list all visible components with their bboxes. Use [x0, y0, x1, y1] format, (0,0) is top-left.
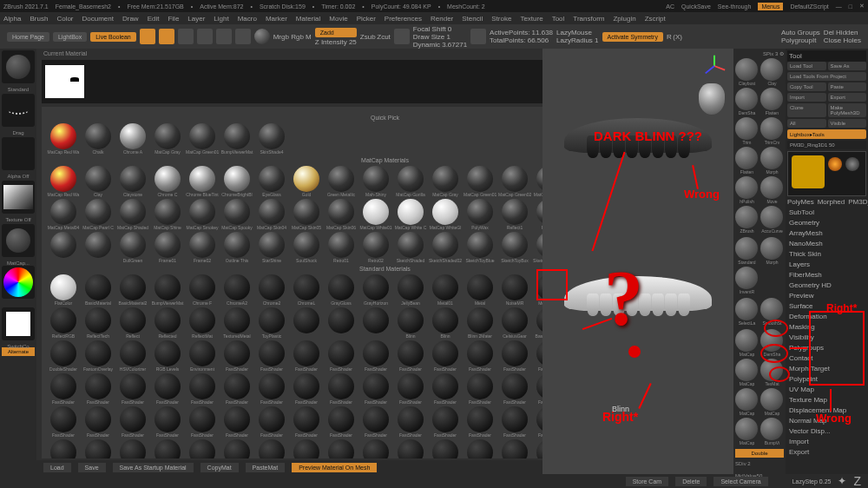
material-swatch[interactable]: Gold — [290, 166, 323, 197]
material-swatch[interactable]: FantomOverlay — [82, 340, 115, 372]
material-swatch[interactable]: FastShader — [429, 439, 462, 458]
material-swatch[interactable]: FastShader — [186, 406, 219, 438]
material-swatch[interactable]: Green Metallic — [325, 166, 358, 197]
material-swatch[interactable]: Chrome C — [151, 166, 184, 197]
material-swatch[interactable]: MatCap Skin06 — [325, 199, 358, 230]
material-swatch[interactable]: FastShader — [359, 373, 392, 405]
material-swatch[interactable] — [290, 307, 323, 339]
material-swatch[interactable] — [325, 307, 358, 339]
material-swatch[interactable]: FastShader — [116, 406, 149, 438]
material-swatch[interactable]: FastShader — [325, 373, 358, 405]
home-tab[interactable]: Home Page — [7, 32, 49, 42]
material-swatch[interactable]: MatCap Pearl C — [82, 199, 115, 230]
material-swatch[interactable]: MatCap Green02 — [498, 166, 531, 197]
material-swatch[interactable]: FastShader — [82, 373, 115, 405]
material-swatch[interactable]: GrayGloss — [325, 274, 358, 306]
material-swatch[interactable]: FastShader — [394, 340, 427, 372]
menu-transform[interactable]: Transform — [573, 15, 604, 23]
material-swatch[interactable]: FastShader — [255, 439, 288, 458]
material-swatch[interactable]: MatCap Shaded — [116, 199, 149, 230]
menu-brush[interactable]: Brush — [30, 15, 48, 23]
material-swatch[interactable]: FastShader — [290, 340, 323, 372]
nav-head-icon[interactable] — [699, 83, 725, 115]
loadtool-button[interactable]: Load Tool — [787, 62, 826, 70]
material-swatch[interactable]: MatCap White C — [394, 199, 427, 230]
menu-alpha[interactable]: Alpha — [3, 15, 21, 23]
material-swatch[interactable]: FastShader — [290, 406, 323, 438]
material-swatch[interactable]: FastShader — [429, 373, 462, 405]
material-swatch[interactable]: Metal01 — [429, 274, 462, 306]
menu-material[interactable]: Material — [296, 15, 320, 23]
delete-button[interactable]: Delete — [675, 477, 707, 486]
menu-light[interactable]: Light — [214, 15, 228, 23]
material-slot[interactable]: MatCap... — [2, 224, 35, 257]
menu-preferences[interactable]: Preferences — [385, 15, 422, 23]
material-swatch[interactable]: ReflectRGB — [47, 307, 80, 339]
material-swatch[interactable]: PolyWax — [464, 199, 496, 230]
menu-edit[interactable]: Edit — [148, 15, 160, 23]
material-swatch[interactable]: FastShader — [464, 439, 496, 458]
menu-tool[interactable]: Tool — [552, 15, 565, 23]
material-swatch[interactable]: Chrome F — [186, 274, 219, 306]
double-button[interactable]: Double — [735, 449, 784, 458]
material-swatch[interactable]: SketchToyBlue — [464, 232, 496, 263]
material-swatch[interactable]: FastShader — [498, 373, 531, 405]
lightbox-thumb[interactable] — [45, 65, 84, 98]
brush-preview-icon[interactable] — [470, 29, 486, 44]
material-swatch[interactable]: TexturedMetal — [220, 307, 253, 339]
material-swatch[interactable]: FastShader — [82, 406, 115, 438]
alpha-slot[interactable]: Alpha Off — [2, 137, 35, 170]
material-swatch[interactable]: FastShader — [47, 406, 80, 438]
lightbox-tab[interactable]: LightBox — [53, 32, 87, 42]
texture-slot[interactable]: Texture Off — [2, 181, 35, 214]
material-swatch[interactable]: MatCap Metal04 — [47, 199, 80, 230]
material-swatch[interactable]: SoulShock — [290, 232, 323, 263]
material-swatch[interactable]: MatCap Gray — [429, 166, 462, 197]
material-swatch[interactable]: StarShine — [255, 232, 288, 263]
material-swatch[interactable]: MatCap Green01 — [186, 123, 219, 155]
material-swatch[interactable]: SkinShade4 — [255, 123, 288, 155]
material-swatch[interactable] — [359, 307, 392, 339]
material-swatch[interactable]: FastShader — [394, 406, 427, 438]
material-swatch[interactable]: MatCap Skin04 — [255, 199, 288, 230]
material-swatch[interactable]: FastShader — [186, 439, 219, 458]
material-swatch[interactable]: Claystone — [116, 166, 149, 197]
material-swatch[interactable]: FastShader — [359, 439, 392, 458]
menu-texture[interactable]: Texture — [520, 15, 542, 23]
material-swatch[interactable]: FlatColor — [47, 274, 80, 306]
startup-button[interactable]: Save As Startup Material — [113, 463, 194, 472]
panel-geometry[interactable]: Geometry — [789, 218, 865, 228]
material-swatch[interactable]: MatCap Spooky — [220, 199, 253, 230]
menu-stencil[interactable]: Stencil — [462, 15, 483, 23]
material-swatch[interactable]: FastShader — [116, 439, 149, 458]
storecam-button[interactable]: Store Cam — [626, 477, 668, 486]
material-swatch[interactable]: ChromeL — [290, 274, 323, 306]
material-swatch[interactable]: Blinn — [394, 307, 427, 339]
scale-mode-icon[interactable] — [197, 29, 213, 44]
minimize-icon[interactable]: — — [836, 3, 842, 10]
material-swatch[interactable]: FastShader — [464, 406, 496, 438]
material-swatch[interactable]: FastShader — [429, 340, 462, 372]
save-button[interactable]: Save — [78, 463, 106, 472]
menu-draw[interactable]: Draw — [122, 15, 139, 23]
menu-document[interactable]: Document — [82, 15, 114, 23]
material-swatch[interactable]: BumpViewerMat — [220, 123, 253, 155]
material-swatch[interactable]: FastShader — [325, 439, 358, 458]
material-swatch[interactable]: ChromeA2 — [220, 274, 253, 306]
tool-header[interactable]: Tool — [787, 50, 866, 62]
edit-mode-icon[interactable] — [140, 29, 155, 44]
material-swatch[interactable]: BasicMaterial — [82, 274, 115, 306]
material-swatch[interactable]: ToyPlastic — [255, 307, 288, 339]
material-swatch[interactable]: FastShader — [394, 439, 427, 458]
material-swatch[interactable]: Chrome A — [116, 123, 149, 155]
material-swatch[interactable]: ChromeBrightBl — [220, 166, 253, 197]
material-swatch[interactable]: Reflect — [116, 307, 149, 339]
material-swatch[interactable]: FastShader — [290, 439, 323, 458]
material-swatch[interactable]: FastShader — [186, 373, 219, 405]
material-swatch[interactable]: FastShader — [47, 439, 80, 458]
material-swatch[interactable]: FastShader — [464, 340, 496, 372]
material-swatch[interactable]: FastShader — [255, 373, 288, 405]
symmetry-button[interactable]: Activate Symmetry — [602, 32, 663, 42]
material-swatch[interactable]: FastShader — [220, 373, 253, 405]
material-swatch[interactable]: FastShader — [220, 340, 253, 372]
